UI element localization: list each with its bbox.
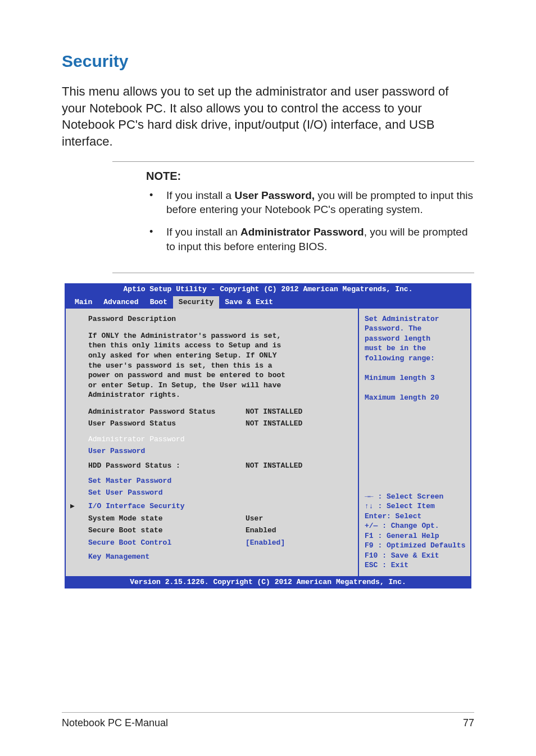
page-footer: Notebook PC E-Manual 77 bbox=[62, 712, 474, 729]
bios-link-io-security: I/O Interface Security bbox=[88, 501, 350, 511]
bios-link-set-user: Set User Password bbox=[88, 488, 350, 498]
help-key-line: ↑↓ : Select Item bbox=[365, 501, 467, 511]
bios-row: HDD Password Status : NOT INSTALLED bbox=[88, 461, 350, 471]
bios-link-key-management: Key Management bbox=[88, 552, 350, 562]
bios-tab-boot: Boot bbox=[144, 296, 173, 309]
row-label: Administrator Password Status bbox=[88, 407, 246, 417]
bios-link-secure-boot-control: Secure Boot Control bbox=[88, 538, 246, 548]
row-value: NOT INSTALLED bbox=[246, 461, 302, 471]
bios-tab-main: Main bbox=[69, 296, 98, 309]
help-key-line: →← : Select Screen bbox=[365, 492, 467, 502]
help-key-line: F10 : Save & Exit bbox=[365, 551, 467, 561]
bios-screenshot: Aptio Setup Utility - Copyright (C) 2012… bbox=[65, 283, 471, 588]
bios-help-top: Set Administrator Password. The password… bbox=[365, 314, 467, 403]
bios-tabs: Main Advanced Boot Security Save & Exit bbox=[65, 296, 471, 309]
row-value: [Enabled] bbox=[246, 538, 285, 548]
submenu-arrow-icon: ▶ bbox=[70, 501, 75, 511]
bios-body: Password Description If ONLY the Adminis… bbox=[65, 309, 471, 576]
help-key-line: Enter: Select bbox=[365, 511, 467, 522]
bios-row: User Password Status NOT INSTALLED bbox=[88, 419, 350, 429]
note-box: NOTE: If you install a User Password, yo… bbox=[112, 161, 474, 274]
bios-help-keys: →← : Select Screen ↑↓ : Select Item Ente… bbox=[365, 492, 467, 571]
bios-right-pane: Set Administrator Password. The password… bbox=[358, 309, 470, 576]
note-item: If you install a User Password, you will… bbox=[146, 188, 474, 217]
row-label: HDD Password Status : bbox=[88, 461, 246, 471]
note-text-pre: If you install an bbox=[166, 226, 240, 238]
footer-page-number: 77 bbox=[463, 717, 474, 729]
note-label: NOTE: bbox=[112, 170, 474, 183]
note-list: If you install a User Password, you will… bbox=[112, 188, 474, 254]
row-value: NOT INSTALLED bbox=[246, 419, 302, 429]
help-key-line: ESC : Exit bbox=[365, 560, 467, 571]
note-item: If you install an Administrator Password… bbox=[146, 225, 474, 253]
note-text-strong: Administrator Password bbox=[240, 226, 364, 238]
help-key-line: +/— : Change Opt. bbox=[365, 521, 467, 531]
help-key-line: F9 : Optimized Defaults bbox=[365, 541, 467, 551]
row-label: Secure Boot state bbox=[88, 526, 246, 536]
bios-row: Administrator Password Status NOT INSTAL… bbox=[88, 407, 350, 417]
intro-paragraph: This menu allows you to set up the admin… bbox=[62, 83, 474, 150]
row-value: User bbox=[246, 514, 263, 524]
help-key-line: F1 : General Help bbox=[365, 531, 467, 541]
bios-selected-item: Administrator Password bbox=[88, 434, 350, 445]
bios-link-set-master: Set Master Password bbox=[88, 476, 350, 486]
password-description-title: Password Description bbox=[88, 314, 350, 324]
bios-footer-bar: Version 2.15.1226. Copyright (C) 2012 Am… bbox=[65, 576, 471, 588]
bios-tab-save-exit: Save & Exit bbox=[219, 296, 279, 309]
bios-row: Secure Boot Control [Enabled] bbox=[88, 538, 350, 550]
bios-row: Secure Boot state Enabled bbox=[88, 526, 350, 536]
bios-left-pane: Password Description If ONLY the Adminis… bbox=[66, 309, 358, 576]
bios-title-bar: Aptio Setup Utility - Copyright (C) 2012… bbox=[65, 283, 471, 296]
footer-left: Notebook PC E-Manual bbox=[62, 717, 168, 729]
bios-link-user-password: User Password bbox=[88, 446, 350, 456]
bios-tab-advanced: Advanced bbox=[98, 296, 144, 309]
note-text-pre: If you install a bbox=[166, 189, 234, 201]
note-text-strong: User Password, bbox=[234, 189, 315, 201]
row-label: System Mode state bbox=[88, 514, 246, 524]
bios-tab-security: Security bbox=[173, 296, 219, 309]
bios-row: System Mode state User bbox=[88, 514, 350, 524]
row-value: Enabled bbox=[246, 526, 276, 536]
password-description-text: If ONLY the Administrator's password is … bbox=[88, 331, 350, 400]
section-heading: Security bbox=[62, 52, 474, 71]
row-label: User Password Status bbox=[88, 419, 246, 429]
row-value: NOT INSTALLED bbox=[246, 407, 302, 417]
bios-help-text: Set Administrator Password. The password… bbox=[365, 314, 467, 403]
